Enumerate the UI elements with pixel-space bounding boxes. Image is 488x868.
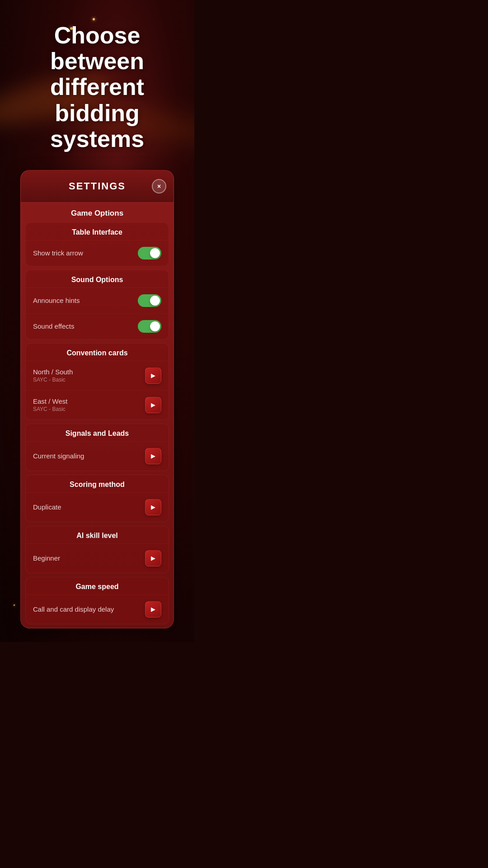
north-south-arrow-button[interactable] — [145, 368, 161, 384]
north-south-sublabel: SAYC - Basic — [33, 377, 73, 383]
sound-effects-row: Sound effects — [26, 314, 169, 339]
convention-cards-card: Convention cards North / South SAYC - Ba… — [25, 343, 169, 420]
east-west-sublabel: SAYC - Basic — [33, 406, 67, 412]
show-trick-arrow-toggle[interactable] — [138, 247, 161, 259]
east-west-row: East / West SAYC - Basic — [26, 391, 169, 420]
settings-panel: SETTINGS × Game Options Table Interface … — [20, 170, 174, 628]
announce-hints-label: Announce hints — [33, 297, 80, 304]
signals-leads-title: Signals and Leads — [26, 424, 169, 442]
sound-effects-toggle[interactable] — [138, 320, 161, 333]
scoring-method-card: Scoring method Duplicate — [25, 475, 169, 522]
call-card-delay-row: Call and card display delay — [26, 595, 169, 624]
table-interface-title: Table Interface — [26, 223, 169, 241]
game-speed-card: Game speed Call and card display delay — [25, 577, 169, 624]
show-trick-arrow-label: Show trick arrow — [33, 249, 83, 257]
east-west-label: East / West — [33, 397, 67, 405]
sound-options-card: Sound Options Announce hints Sound effec… — [25, 270, 169, 340]
announce-hints-toggle[interactable] — [138, 294, 161, 307]
show-trick-arrow-row: Show trick arrow — [26, 241, 169, 266]
ai-skill-title: AI skill level — [26, 526, 169, 544]
sound-options-title: Sound Options — [26, 270, 169, 288]
signals-leads-card: Signals and Leads Current signaling — [25, 424, 169, 471]
announce-hints-row: Announce hints — [26, 288, 169, 314]
current-signaling-row: Current signaling — [26, 442, 169, 471]
east-west-arrow-button[interactable] — [145, 397, 161, 413]
scoring-method-arrow-button[interactable] — [145, 499, 161, 515]
convention-cards-title: Convention cards — [26, 344, 169, 361]
ai-skill-arrow-button[interactable] — [145, 550, 161, 566]
settings-header: SETTINGS × — [21, 170, 174, 203]
north-south-label: North / South — [33, 368, 73, 376]
hero-title: Choose between different bidding systems — [0, 0, 194, 170]
game-options-label: Game Options — [21, 203, 174, 222]
game-speed-title: Game speed — [26, 577, 169, 595]
current-signaling-label: Current signaling — [33, 452, 84, 460]
beginner-label: Beginner — [33, 554, 60, 562]
ai-skill-card: AI skill level Beginner — [25, 526, 169, 573]
current-signaling-arrow-button[interactable] — [145, 448, 161, 464]
duplicate-label: Duplicate — [33, 503, 61, 511]
settings-title: SETTINGS — [69, 180, 126, 192]
scoring-method-title: Scoring method — [26, 475, 169, 493]
game-speed-arrow-button[interactable] — [145, 601, 161, 618]
close-button[interactable]: × — [152, 179, 166, 193]
north-south-row: North / South SAYC - Basic — [26, 361, 169, 391]
call-card-delay-label: Call and card display delay — [33, 605, 114, 613]
sound-effects-label: Sound effects — [33, 322, 74, 330]
table-interface-card: Table Interface Show trick arrow — [25, 222, 169, 266]
beginner-row: Beginner — [26, 544, 169, 573]
duplicate-row: Duplicate — [26, 493, 169, 522]
